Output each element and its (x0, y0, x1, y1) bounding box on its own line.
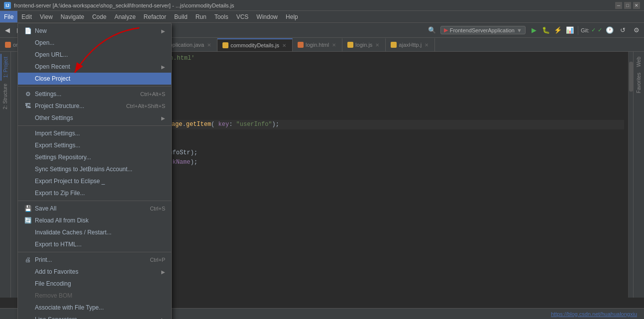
scrollbar-thumb[interactable] (629, 62, 633, 92)
menu-item-new[interactable]: 📄 New ▶ (18, 25, 171, 37)
menu-window[interactable]: Window (252, 11, 282, 22)
menu-item-export-zip[interactable]: Export to Zip File... (18, 187, 171, 199)
export-html-icon (24, 240, 32, 248)
vtab-project[interactable]: 1: Project (0, 54, 10, 81)
git-history-button[interactable]: 🕐 (604, 25, 615, 36)
menu-vcs[interactable]: VCS (232, 11, 253, 22)
sync-settings-icon (24, 165, 32, 173)
import-settings-icon (24, 129, 32, 137)
tab-icon-commodity-js (222, 42, 228, 48)
export-zip-icon (24, 189, 32, 197)
file-encoding-icon (24, 280, 32, 288)
menu-refactor[interactable]: Refactor (140, 11, 170, 22)
tab-close-login-js[interactable]: ✕ (374, 42, 380, 48)
title-bar: IJ frontend-server [A:\idea-workspace\sh… (0, 0, 644, 11)
tab-login-js[interactable]: login.js ✕ (342, 38, 386, 51)
menu-item-settings-repo[interactable]: Settings Repository... (18, 151, 171, 163)
maximize-button[interactable]: □ (624, 2, 631, 9)
separator-4 (18, 252, 171, 252)
vtab-structure[interactable]: 2: Structure (1, 81, 9, 112)
tab-icon-login-js (347, 42, 353, 48)
menu-item-file-encoding[interactable]: File Encoding (18, 278, 171, 290)
new-icon: 📄 (24, 27, 32, 35)
git-check2: ✓ (598, 27, 602, 33)
separator-2 (18, 125, 171, 126)
tab-close-login-html[interactable]: ✕ (331, 42, 337, 48)
git-checkmark: ✓ (591, 27, 596, 33)
coverage-button[interactable]: ⚡ (552, 25, 563, 36)
title-controls[interactable]: ─ □ ✕ (615, 2, 640, 9)
menu-item-export-eclipse[interactable]: Export Project to Eclipse _ (18, 175, 171, 187)
export-eclipse-icon (24, 177, 32, 185)
profile-button[interactable]: 📊 (564, 25, 575, 36)
gutter-fold (11, 52, 18, 298)
menu-item-project-structure[interactable]: 🏗 Project Structure... Ctrl+Alt+Shift+S (18, 100, 171, 112)
export-settings-icon (24, 141, 32, 149)
menu-build[interactable]: Build (170, 11, 192, 22)
vtab-favorites[interactable]: Favorites (635, 70, 643, 96)
menu-item-open-url[interactable]: Open URL... (18, 49, 171, 61)
menu-item-add-favorites[interactable]: Add to Favorites ▶ (18, 266, 171, 278)
menu-navigate[interactable]: Navigate (57, 11, 88, 22)
git-label: Git: (581, 27, 589, 33)
remove-bom-icon (24, 292, 32, 300)
settings-icon: ⚙ (24, 90, 32, 98)
menu-file[interactable]: File (0, 11, 17, 22)
git-area: Git: ✓ ✓ 🕐 ↺ (581, 25, 628, 36)
minimize-button[interactable]: ─ (615, 2, 622, 9)
settings-repo-icon (24, 153, 32, 161)
menu-help[interactable]: Help (282, 11, 302, 22)
save-all-icon: 💾 (24, 205, 32, 213)
search-everywhere-button[interactable]: 🔍 (427, 25, 437, 36)
print-icon: 🖨 (24, 256, 32, 264)
back-button[interactable]: ◀ (2, 25, 13, 36)
menu-item-invalidate[interactable]: Invalidate Caches / Restart... (18, 226, 171, 238)
menu-item-associate-type[interactable]: Associate with File Type... (18, 302, 171, 314)
right-sidebar: Web Favorites (633, 52, 644, 298)
close-button[interactable]: ✕ (633, 2, 640, 9)
scrollbar-vertical[interactable] (628, 52, 633, 298)
menu-item-save-all[interactable]: 💾 Save All Ctrl+S (18, 203, 171, 214)
tab-ajaxhttp[interactable]: ajaxHttp.j ✕ (386, 38, 435, 51)
tab-label-login-html: login.html (306, 42, 329, 48)
tab-close-commodity-details[interactable]: ✕ (281, 42, 287, 49)
menu-view[interactable]: View (36, 11, 57, 22)
tab-commodity-details[interactable]: commodityDetails.js ✕ (217, 38, 293, 51)
menu-item-other-settings[interactable]: Other Settings ▶ (18, 112, 171, 124)
menu-item-remove-bom: Remove BOM (18, 290, 171, 302)
menu-analyze[interactable]: Analyze (110, 11, 140, 22)
tab-close-ajaxhttp[interactable]: ✕ (424, 42, 429, 48)
project-structure-icon: 🏗 (24, 102, 32, 110)
menu-tools[interactable]: Tools (211, 11, 232, 22)
menu-item-close-project[interactable]: Close Project (18, 73, 171, 85)
menu-item-reload-disk[interactable]: 🔄 Reload All from Disk (18, 214, 171, 226)
git-update-button[interactable]: ↺ (617, 25, 628, 36)
menu-item-export-html[interactable]: Export to HTML... (18, 238, 171, 250)
dropdown-menu: 📄 New ▶ Open... Open URL... Open Recent … (17, 23, 172, 319)
menu-edit[interactable]: Edit (17, 11, 36, 22)
menu-item-print[interactable]: 🖨 Print... Ctrl+P (18, 254, 171, 266)
tab-close-frontend-app[interactable]: ✕ (206, 42, 212, 48)
status-link[interactable]: https://blog.csdn.net/huahualongxiu (548, 311, 640, 317)
debug-button[interactable]: 🐛 (540, 25, 551, 36)
menu-item-line-separators[interactable]: Line Separators ▶ (18, 314, 171, 319)
open-icon (24, 39, 32, 47)
menu-item-import-settings[interactable]: Import Settings... (18, 127, 171, 139)
vtab-web[interactable]: Web (635, 54, 643, 70)
menu-item-open[interactable]: Open... (18, 37, 171, 49)
associate-type-icon (24, 304, 32, 312)
menu-item-settings[interactable]: ⚙ Settings... Ctrl+Alt+S (18, 88, 171, 100)
tab-login-html[interactable]: login.html ✕ (293, 38, 342, 51)
menu-code[interactable]: Code (88, 11, 110, 22)
settings-button[interactable]: ⚙ (631, 25, 642, 36)
left-sidebar: 1: Project 2: Structure (0, 52, 11, 298)
tab-label-login-js: login.js (355, 42, 372, 48)
menu-bar: File Edit View Navigate Code Analyze Ref… (0, 11, 644, 23)
run-configuration[interactable]: ▶ FrontendServerApplication ▼ (440, 26, 526, 34)
menu-run[interactable]: Run (192, 11, 211, 22)
menu-item-open-recent[interactable]: Open Recent ▶ (18, 61, 171, 73)
run-button[interactable]: ▶ (529, 25, 539, 36)
menu-item-sync-settings[interactable]: Sync Settings to JetBrains Account... (18, 163, 171, 175)
line-separators-icon (24, 316, 32, 319)
menu-item-export-settings[interactable]: Export Settings... (18, 139, 171, 151)
